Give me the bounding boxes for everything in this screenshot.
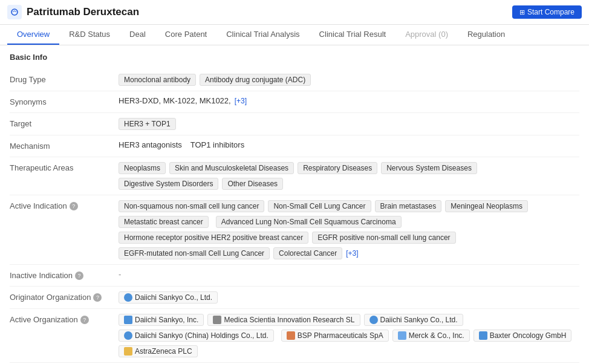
active-org-icon-7 — [124, 347, 132, 356]
target-row: Target HER3 + TOP1 — [10, 113, 579, 135]
tab-clinical-trial-result[interactable]: Clinical Trial Result — [310, 25, 396, 45]
active-indication-help-icon: ? — [70, 202, 78, 210]
inactive-indication-value: - — [119, 270, 579, 279]
tab-core-patent[interactable]: Core Patent — [155, 25, 216, 45]
drug-title-area: Patritumab Deruxtecan — [7, 5, 139, 19]
tab-clinical-trial-analysis[interactable]: Clinical Trial Analysis — [216, 25, 309, 45]
inactive-indication-row: Inactive Indication ? - — [10, 265, 579, 287]
tab-rd-status[interactable]: R&D Status — [59, 25, 120, 45]
target-tag: HER3 + TOP1 — [119, 118, 176, 130]
ta-tag-0: Neoplasms — [119, 162, 166, 174]
ta-tag-3: Nervous System Diseases — [381, 162, 477, 174]
ai-tag-2: Brain metastases — [375, 200, 442, 212]
tab-overview[interactable]: Overview — [7, 25, 59, 45]
active-org-icon-4 — [287, 331, 295, 340]
ta-tag-5: Other Diseases — [222, 178, 283, 190]
synonyms-value: HER3-DXD, MK-1022, MK1022, [+3] — [119, 96, 579, 105]
active-org-item-0[interactable]: Daiichi Sankyo, Inc. — [119, 314, 204, 326]
synonyms-text: HER3-DXD, MK-1022, MK1022, — [119, 96, 231, 105]
active-org-label: Active Organization ? — [10, 314, 119, 324]
ai-tag-4: Metastatic breast cancer — [119, 216, 209, 228]
ai-tag-6: Hormone receptor positive HER2 positive … — [119, 232, 308, 244]
ai-tag-3: Meningeal Neoplasms — [445, 200, 528, 212]
active-org-item-1[interactable]: Medica Scientia Innovation Research SL — [207, 314, 360, 326]
active-org-help-icon: ? — [80, 316, 89, 324]
active-org-item-3[interactable]: Daiichi Sankyo (China) Holdings Co., Ltd… — [119, 330, 274, 342]
originator-org-item[interactable]: Daiichi Sankyo Co., Ltd. — [119, 291, 218, 304]
ai-tag-1: Non-Small Cell Lung Cancer — [268, 200, 371, 212]
synonyms-label: Synonyms — [10, 96, 119, 106]
active-org-item-4[interactable]: BSP Pharmaceuticals SpA — [281, 330, 389, 342]
active-indication-label: Active Indication ? — [10, 200, 119, 210]
ai-tag-8: EGFR-mutated non-small Cell Lung Cancer — [119, 247, 270, 259]
target-label: Target — [10, 118, 119, 128]
drug-type-tag-1: Monoclonal antibody — [119, 74, 196, 86]
active-org-icon-5 — [398, 331, 406, 340]
drug-icon — [7, 5, 22, 19]
content-area: Basic Info Drug Type Monoclonal antibody… — [0, 45, 589, 364]
tab-approval: Approval (0) — [395, 25, 458, 45]
originator-org-label: Originator Organization ? — [10, 291, 119, 302]
mechanism-label: Mechanism — [10, 140, 119, 151]
active-org-item-7[interactable]: AstraZeneca PLC — [119, 345, 198, 357]
therapeutic-areas-label: Therapeutic Areas — [10, 162, 119, 172]
originator-org-value: Daiichi Sankyo Co., Ltd. — [119, 291, 579, 304]
ta-tag-4: Digestive System Disorders — [119, 178, 218, 190]
active-indication-row: Active Indication ? Non-squamous non-sma… — [10, 195, 579, 265]
mechanism-text-2: TOP1 inhibitors — [190, 140, 244, 149]
active-org-icon-6 — [479, 331, 487, 340]
ta-tag-2: Respiratory Diseases — [298, 162, 377, 174]
originator-org-icon — [124, 293, 132, 302]
tab-deal[interactable]: Deal — [120, 25, 155, 45]
active-org-icon-3 — [124, 331, 132, 340]
active-indication-value: Non-squamous non-small cell lung cancer … — [119, 200, 579, 259]
active-org-item-6[interactable]: Baxter Oncology GmbH — [473, 330, 572, 342]
originator-org-help-icon: ? — [93, 293, 102, 302]
ta-tag-1: Skin and Musculoskeletal Diseases — [169, 162, 294, 174]
therapeutic-areas-row: Therapeutic Areas Neoplasms Skin and Mus… — [10, 157, 579, 195]
synonyms-row: Synonyms HER3-DXD, MK-1022, MK1022, [+3] — [10, 91, 579, 113]
drug-name: Patritumab Deruxtecan — [27, 6, 139, 18]
active-org-value: Daiichi Sankyo, Inc. Medica Scientia Inn… — [119, 314, 579, 357]
ai-tag-9: Colorectal Cancer — [273, 247, 342, 259]
target-value: HER3 + TOP1 — [119, 118, 579, 130]
active-org-row: Active Organization ? Daiichi Sankyo, In… — [10, 309, 579, 363]
active-org-item-2[interactable]: Daiichi Sankyo Co., Ltd. — [364, 314, 463, 326]
active-org-icon-2 — [369, 316, 378, 324]
svg-point-0 — [11, 9, 18, 15]
nav-tabs: Overview R&D Status Deal Core Patent Cli… — [0, 25, 589, 45]
drug-type-label: Drug Type — [10, 74, 119, 84]
top-bar: Patritumab Deruxtecan ⊞ Start Compare — [0, 0, 589, 25]
active-org-icon-1 — [213, 316, 221, 324]
ai-tag-5: Advanced Lung Non-Small Cell Squamous Ca… — [216, 216, 402, 228]
inactive-indication-help-icon: ? — [75, 271, 83, 280]
section-title: Basic Info — [10, 53, 579, 62]
compare-icon: ⊞ — [519, 8, 525, 16]
start-compare-button[interactable]: ⊞ Start Compare — [512, 5, 582, 19]
inactive-indication-label: Inactive Indication ? — [10, 270, 119, 280]
active-org-icon-0 — [124, 316, 132, 324]
mechanism-row: Mechanism HER3 antagonists TOP1 inhibito… — [10, 135, 579, 157]
mechanism-value: HER3 antagonists TOP1 inhibitors — [119, 140, 579, 149]
mechanism-text-1: HER3 antagonists — [119, 140, 182, 149]
therapeutic-areas-value: Neoplasms Skin and Musculoskeletal Disea… — [119, 162, 579, 190]
originator-org-row: Originator Organization ? Daiichi Sankyo… — [10, 287, 579, 309]
drug-type-tag-2: Antibody drug conjugate (ADC) — [200, 74, 311, 86]
ai-tag-0: Non-squamous non-small cell lung cancer — [119, 200, 264, 212]
ai-more[interactable]: [+3] — [346, 249, 358, 258]
ai-tag-7: EGFR positive non-small cell lung cancer — [312, 232, 455, 244]
active-org-item-5[interactable]: Merck & Co., Inc. — [392, 330, 470, 342]
drug-type-row: Drug Type Monoclonal antibody Antibody d… — [10, 69, 579, 91]
drug-type-value: Monoclonal antibody Antibody drug conjug… — [119, 74, 579, 86]
synonyms-more[interactable]: [+3] — [235, 97, 247, 105]
tab-regulation[interactable]: Regulation — [458, 25, 515, 45]
